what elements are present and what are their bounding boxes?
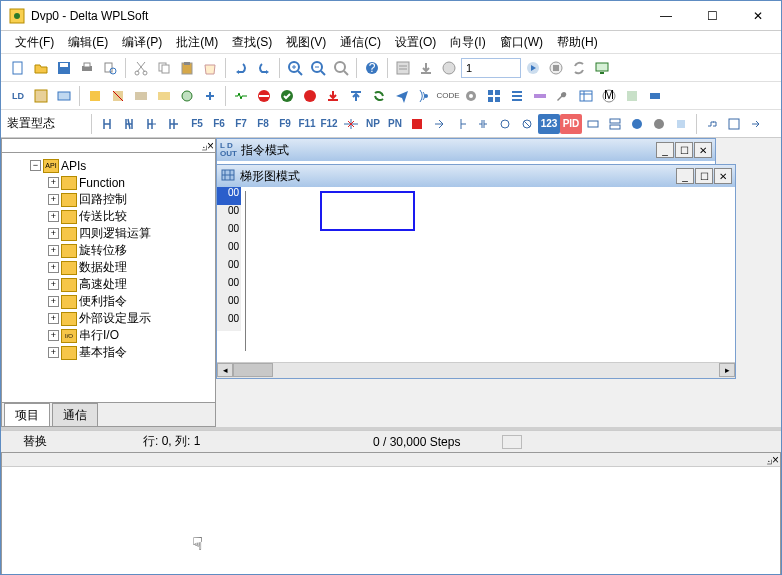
tree-expand-icon[interactable]: +: [48, 177, 59, 188]
tool-icon[interactable]: [153, 85, 175, 107]
ladder-row-num[interactable]: 00: [217, 205, 241, 223]
gear-icon[interactable]: [460, 85, 482, 107]
ladder-row-num[interactable]: 00: [217, 259, 241, 277]
code-icon[interactable]: CODE: [437, 85, 459, 107]
new-icon[interactable]: [7, 57, 29, 79]
save-icon[interactable]: [53, 57, 75, 79]
list-icon[interactable]: [506, 85, 528, 107]
config2-icon[interactable]: [621, 85, 643, 107]
ladder-canvas[interactable]: [245, 191, 645, 354]
tab-project[interactable]: 项目: [4, 403, 50, 427]
tool-icon[interactable]: [107, 85, 129, 107]
tree-expand-icon[interactable]: +: [48, 262, 59, 273]
maximize-button[interactable]: ☐: [689, 1, 735, 31]
tree-item[interactable]: +传送比较: [4, 208, 213, 225]
table-icon[interactable]: [575, 85, 597, 107]
tool-icon[interactable]: [230, 85, 252, 107]
side-panel-close[interactable]: ⟓×: [2, 139, 215, 153]
child-close-button[interactable]: ✕: [714, 168, 732, 184]
print-preview-icon[interactable]: [99, 57, 121, 79]
tab-comm[interactable]: 通信: [52, 403, 98, 427]
scroll-left-icon[interactable]: ◂: [217, 363, 233, 377]
f5-icon[interactable]: F5: [186, 114, 208, 134]
menu-view[interactable]: 视图(V): [282, 32, 330, 53]
menu-window[interactable]: 窗口(W): [496, 32, 547, 53]
f12-icon[interactable]: F12: [318, 114, 340, 134]
check-icon[interactable]: [276, 85, 298, 107]
menu-file[interactable]: 文件(F): [11, 32, 58, 53]
broadcast-icon[interactable]: [414, 85, 436, 107]
f1-icon[interactable]: [98, 114, 120, 134]
ladder-hscroll[interactable]: ◂ ▸: [217, 362, 735, 378]
coil2-icon[interactable]: [516, 114, 538, 134]
goto-icon[interactable]: [745, 114, 767, 134]
contact-icon[interactable]: [472, 114, 494, 134]
pn-icon[interactable]: PN: [384, 114, 406, 134]
f3-icon[interactable]: [142, 114, 164, 134]
tool-icon[interactable]: [130, 85, 152, 107]
minimize-button[interactable]: —: [643, 1, 689, 31]
delete-icon[interactable]: [199, 57, 221, 79]
undo-icon[interactable]: [230, 57, 252, 79]
copy-icon[interactable]: [153, 57, 175, 79]
tree-item[interactable]: +便利指令: [4, 293, 213, 310]
f11-icon[interactable]: F11: [296, 114, 318, 134]
api-tree[interactable]: −APIAPIs +Function+回路控制+传送比较+四则逻辑运算+旋转位移…: [2, 153, 215, 402]
tool-icon[interactable]: [53, 85, 75, 107]
menu-edit[interactable]: 编辑(E): [64, 32, 112, 53]
tree-collapse-icon[interactable]: −: [30, 160, 41, 171]
gear2-icon[interactable]: [648, 114, 670, 134]
tool-icon[interactable]: [30, 85, 52, 107]
refresh-icon[interactable]: [368, 85, 390, 107]
tool-icon[interactable]: [84, 85, 106, 107]
pid-icon[interactable]: PID: [560, 114, 582, 134]
ladder-row-num[interactable]: 00: [217, 223, 241, 241]
f9-icon[interactable]: F9: [274, 114, 296, 134]
upload-icon[interactable]: [438, 57, 460, 79]
f2-icon[interactable]: [120, 114, 142, 134]
run-icon[interactable]: [522, 57, 544, 79]
child-close-button[interactable]: ✕: [694, 142, 712, 158]
tree-item[interactable]: +旋转位移: [4, 242, 213, 259]
inv-icon[interactable]: [428, 114, 450, 134]
f4-icon[interactable]: [164, 114, 186, 134]
child-maximize-button[interactable]: ☐: [695, 168, 713, 184]
tree-expand-icon[interactable]: +: [48, 211, 59, 222]
mass-icon[interactable]: M: [598, 85, 620, 107]
globe-icon[interactable]: [626, 114, 648, 134]
stop-icon[interactable]: [545, 57, 567, 79]
insr-icon[interactable]: [582, 114, 604, 134]
ladder-cursor[interactable]: [320, 191, 415, 231]
ladder-row-num[interactable]: 00: [217, 241, 241, 259]
tree-expand-icon[interactable]: +: [48, 228, 59, 239]
chip-icon[interactable]: [670, 114, 692, 134]
open-icon[interactable]: [30, 57, 52, 79]
num-icon[interactable]: 123: [538, 114, 560, 134]
config3-icon[interactable]: [723, 114, 745, 134]
print-icon[interactable]: [76, 57, 98, 79]
ladder-row-num[interactable]: 00: [217, 277, 241, 295]
coil-icon[interactable]: [494, 114, 516, 134]
zoom-out-icon[interactable]: [307, 57, 329, 79]
ladder-row-num[interactable]: 00: [217, 313, 241, 331]
menu-search[interactable]: 查找(S): [228, 32, 276, 53]
ld-icon[interactable]: LD: [7, 85, 29, 107]
cut-icon[interactable]: [130, 57, 152, 79]
ladder-window-titlebar[interactable]: 梯形图模式 _ ☐ ✕: [217, 165, 735, 187]
tree-item[interactable]: +高速处理: [4, 276, 213, 293]
tree-expand-icon[interactable]: +: [48, 279, 59, 290]
tree-item[interactable]: +基本指令: [4, 344, 213, 361]
instruction-window-titlebar[interactable]: L DOUT 指令模式 _ ☐ ✕: [217, 139, 715, 161]
output-panel-close[interactable]: ⟓×: [2, 453, 780, 467]
tree-expand-icon[interactable]: +: [48, 194, 59, 205]
menu-settings[interactable]: 设置(O): [391, 32, 440, 53]
tree-item[interactable]: +回路控制: [4, 191, 213, 208]
branch-icon[interactable]: [450, 114, 472, 134]
zoom-in-icon[interactable]: [284, 57, 306, 79]
menu-compile[interactable]: 编译(P): [118, 32, 166, 53]
tree-expand-icon[interactable]: +: [48, 313, 59, 324]
ladder-row-num[interactable]: 00: [217, 295, 241, 313]
tree-expand-icon[interactable]: +: [48, 347, 59, 358]
brk-icon[interactable]: [406, 114, 428, 134]
child-minimize-button[interactable]: _: [676, 168, 694, 184]
